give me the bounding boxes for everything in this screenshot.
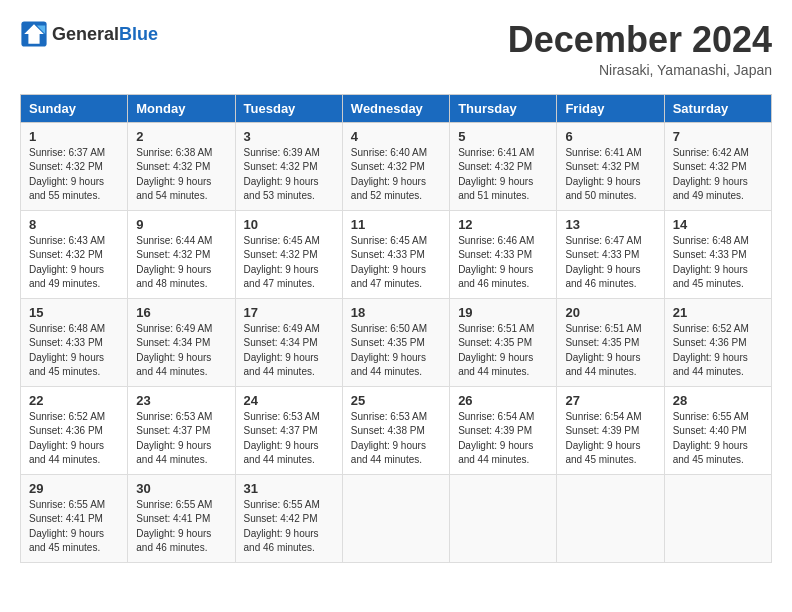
calendar-cell: 10 Sunrise: 6:45 AMSunset: 4:32 PMDaylig… (235, 210, 342, 298)
day-detail: Sunrise: 6:46 AMSunset: 4:33 PMDaylight:… (458, 235, 534, 290)
calendar-cell: 19 Sunrise: 6:51 AMSunset: 4:35 PMDaylig… (450, 298, 557, 386)
day-detail: Sunrise: 6:40 AMSunset: 4:32 PMDaylight:… (351, 147, 427, 202)
day-number: 8 (29, 217, 119, 232)
calendar-cell: 24 Sunrise: 6:53 AMSunset: 4:37 PMDaylig… (235, 386, 342, 474)
day-number: 29 (29, 481, 119, 496)
calendar-cell: 1 Sunrise: 6:37 AMSunset: 4:32 PMDayligh… (21, 122, 128, 210)
calendar-cell: 13 Sunrise: 6:47 AMSunset: 4:33 PMDaylig… (557, 210, 664, 298)
day-detail: Sunrise: 6:37 AMSunset: 4:32 PMDaylight:… (29, 147, 105, 202)
day-detail: Sunrise: 6:51 AMSunset: 4:35 PMDaylight:… (565, 323, 641, 378)
calendar-cell: 30 Sunrise: 6:55 AMSunset: 4:41 PMDaylig… (128, 474, 235, 562)
calendar-cell: 18 Sunrise: 6:50 AMSunset: 4:35 PMDaylig… (342, 298, 449, 386)
calendar-cell: 28 Sunrise: 6:55 AMSunset: 4:40 PMDaylig… (664, 386, 771, 474)
day-detail: Sunrise: 6:43 AMSunset: 4:32 PMDaylight:… (29, 235, 105, 290)
calendar-cell: 9 Sunrise: 6:44 AMSunset: 4:32 PMDayligh… (128, 210, 235, 298)
day-number: 16 (136, 305, 226, 320)
header-saturday: Saturday (664, 94, 771, 122)
day-number: 20 (565, 305, 655, 320)
calendar-cell (664, 474, 771, 562)
calendar-cell: 29 Sunrise: 6:55 AMSunset: 4:41 PMDaylig… (21, 474, 128, 562)
day-number: 17 (244, 305, 334, 320)
day-detail: Sunrise: 6:53 AMSunset: 4:37 PMDaylight:… (244, 411, 320, 466)
calendar-cell: 12 Sunrise: 6:46 AMSunset: 4:33 PMDaylig… (450, 210, 557, 298)
calendar-cell: 25 Sunrise: 6:53 AMSunset: 4:38 PMDaylig… (342, 386, 449, 474)
calendar-cell (342, 474, 449, 562)
month-title: December 2024 (508, 20, 772, 60)
calendar-header-row: SundayMondayTuesdayWednesdayThursdayFrid… (21, 94, 772, 122)
calendar-cell: 23 Sunrise: 6:53 AMSunset: 4:37 PMDaylig… (128, 386, 235, 474)
calendar-cell: 31 Sunrise: 6:55 AMSunset: 4:42 PMDaylig… (235, 474, 342, 562)
day-number: 9 (136, 217, 226, 232)
logo-text: GeneralBlue (52, 24, 158, 45)
day-number: 27 (565, 393, 655, 408)
calendar-cell: 6 Sunrise: 6:41 AMSunset: 4:32 PMDayligh… (557, 122, 664, 210)
day-number: 23 (136, 393, 226, 408)
header-sunday: Sunday (21, 94, 128, 122)
calendar-cell: 26 Sunrise: 6:54 AMSunset: 4:39 PMDaylig… (450, 386, 557, 474)
day-number: 6 (565, 129, 655, 144)
header-thursday: Thursday (450, 94, 557, 122)
location-subtitle: Nirasaki, Yamanashi, Japan (508, 62, 772, 78)
day-number: 31 (244, 481, 334, 496)
calendar-cell (557, 474, 664, 562)
day-number: 2 (136, 129, 226, 144)
day-detail: Sunrise: 6:49 AMSunset: 4:34 PMDaylight:… (244, 323, 320, 378)
day-detail: Sunrise: 6:45 AMSunset: 4:32 PMDaylight:… (244, 235, 320, 290)
calendar-cell: 3 Sunrise: 6:39 AMSunset: 4:32 PMDayligh… (235, 122, 342, 210)
day-number: 13 (565, 217, 655, 232)
calendar-cell: 2 Sunrise: 6:38 AMSunset: 4:32 PMDayligh… (128, 122, 235, 210)
week-row-1: 1 Sunrise: 6:37 AMSunset: 4:32 PMDayligh… (21, 122, 772, 210)
day-detail: Sunrise: 6:52 AMSunset: 4:36 PMDaylight:… (673, 323, 749, 378)
week-row-4: 22 Sunrise: 6:52 AMSunset: 4:36 PMDaylig… (21, 386, 772, 474)
calendar-cell: 8 Sunrise: 6:43 AMSunset: 4:32 PMDayligh… (21, 210, 128, 298)
day-detail: Sunrise: 6:50 AMSunset: 4:35 PMDaylight:… (351, 323, 427, 378)
day-number: 30 (136, 481, 226, 496)
day-number: 3 (244, 129, 334, 144)
week-row-5: 29 Sunrise: 6:55 AMSunset: 4:41 PMDaylig… (21, 474, 772, 562)
day-detail: Sunrise: 6:55 AMSunset: 4:40 PMDaylight:… (673, 411, 749, 466)
day-number: 28 (673, 393, 763, 408)
day-number: 7 (673, 129, 763, 144)
day-detail: Sunrise: 6:41 AMSunset: 4:32 PMDaylight:… (458, 147, 534, 202)
day-number: 19 (458, 305, 548, 320)
logo: GeneralBlue (20, 20, 158, 48)
day-detail: Sunrise: 6:48 AMSunset: 4:33 PMDaylight:… (29, 323, 105, 378)
header-tuesday: Tuesday (235, 94, 342, 122)
day-detail: Sunrise: 6:52 AMSunset: 4:36 PMDaylight:… (29, 411, 105, 466)
page-header: GeneralBlue December 2024 Nirasaki, Yama… (20, 20, 772, 78)
day-detail: Sunrise: 6:42 AMSunset: 4:32 PMDaylight:… (673, 147, 749, 202)
calendar-cell: 21 Sunrise: 6:52 AMSunset: 4:36 PMDaylig… (664, 298, 771, 386)
calendar-cell: 7 Sunrise: 6:42 AMSunset: 4:32 PMDayligh… (664, 122, 771, 210)
day-number: 10 (244, 217, 334, 232)
day-detail: Sunrise: 6:54 AMSunset: 4:39 PMDaylight:… (458, 411, 534, 466)
day-detail: Sunrise: 6:49 AMSunset: 4:34 PMDaylight:… (136, 323, 212, 378)
day-detail: Sunrise: 6:53 AMSunset: 4:38 PMDaylight:… (351, 411, 427, 466)
week-row-3: 15 Sunrise: 6:48 AMSunset: 4:33 PMDaylig… (21, 298, 772, 386)
day-number: 26 (458, 393, 548, 408)
day-number: 22 (29, 393, 119, 408)
day-detail: Sunrise: 6:55 AMSunset: 4:41 PMDaylight:… (29, 499, 105, 554)
day-detail: Sunrise: 6:44 AMSunset: 4:32 PMDaylight:… (136, 235, 212, 290)
week-row-2: 8 Sunrise: 6:43 AMSunset: 4:32 PMDayligh… (21, 210, 772, 298)
calendar-cell: 15 Sunrise: 6:48 AMSunset: 4:33 PMDaylig… (21, 298, 128, 386)
day-detail: Sunrise: 6:38 AMSunset: 4:32 PMDaylight:… (136, 147, 212, 202)
calendar-cell: 11 Sunrise: 6:45 AMSunset: 4:33 PMDaylig… (342, 210, 449, 298)
logo-icon (20, 20, 48, 48)
day-number: 24 (244, 393, 334, 408)
calendar-cell: 16 Sunrise: 6:49 AMSunset: 4:34 PMDaylig… (128, 298, 235, 386)
day-number: 11 (351, 217, 441, 232)
day-number: 5 (458, 129, 548, 144)
day-detail: Sunrise: 6:47 AMSunset: 4:33 PMDaylight:… (565, 235, 641, 290)
day-number: 12 (458, 217, 548, 232)
calendar-cell (450, 474, 557, 562)
day-detail: Sunrise: 6:55 AMSunset: 4:42 PMDaylight:… (244, 499, 320, 554)
day-detail: Sunrise: 6:41 AMSunset: 4:32 PMDaylight:… (565, 147, 641, 202)
day-detail: Sunrise: 6:55 AMSunset: 4:41 PMDaylight:… (136, 499, 212, 554)
calendar-table: SundayMondayTuesdayWednesdayThursdayFrid… (20, 94, 772, 563)
calendar-cell: 20 Sunrise: 6:51 AMSunset: 4:35 PMDaylig… (557, 298, 664, 386)
day-detail: Sunrise: 6:45 AMSunset: 4:33 PMDaylight:… (351, 235, 427, 290)
calendar-cell: 17 Sunrise: 6:49 AMSunset: 4:34 PMDaylig… (235, 298, 342, 386)
calendar-cell: 5 Sunrise: 6:41 AMSunset: 4:32 PMDayligh… (450, 122, 557, 210)
day-detail: Sunrise: 6:54 AMSunset: 4:39 PMDaylight:… (565, 411, 641, 466)
day-detail: Sunrise: 6:53 AMSunset: 4:37 PMDaylight:… (136, 411, 212, 466)
